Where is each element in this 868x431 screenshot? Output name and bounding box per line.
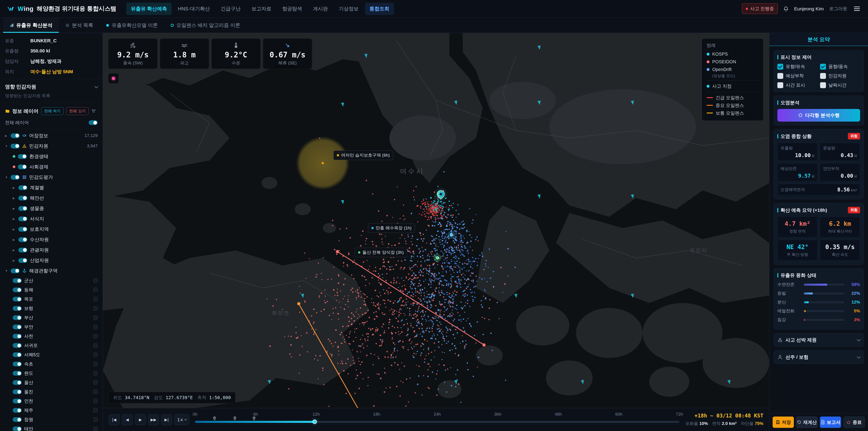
zoom-to-region-icon[interactable] [93,418,98,422]
region-item-13[interactable]: 인천 [0,396,103,406]
region-toggle[interactable] [13,380,22,385]
incident-active-button[interactable]: 사고 진행중 [742,3,778,14]
zoom-to-region-icon[interactable] [93,278,98,283]
zoom-to-region-icon[interactable] [93,427,98,431]
map-measure-tool-button[interactable] [108,73,119,84]
filter-funnel-icon[interactable] [91,109,96,114]
sensitive-resources-header[interactable]: 영향 민감자원 [0,79,103,92]
layer-subitem[interactable]: ▶해안선 [0,193,103,203]
boom-deploy-pin-icon[interactable] [252,416,256,420]
layer-subitem[interactable]: ▶서식지 [0,214,103,224]
caret-icon[interactable]: ▶ [13,227,16,231]
region-toggle[interactable] [13,408,22,413]
caret-icon[interactable]: ▶ [13,196,16,200]
nav-item-4[interactable]: 항공탐색 [278,3,307,15]
layer-item-1[interactable]: ▼민감자원3,947 [0,141,103,151]
display-option-2[interactable]: 예상부착 [777,73,817,79]
caret-icon[interactable]: ▶ [13,238,16,241]
zoom-to-region-icon[interactable] [93,334,98,338]
region-toggle[interactable] [13,325,22,329]
site-marker-label[interactable]: 만흥 해수욕장 (1h) [368,223,415,233]
skip-to-start-button[interactable]: |◀ [109,414,120,425]
checkbox-icon[interactable] [820,82,826,88]
zoom-to-region-icon[interactable] [93,297,98,301]
display-option-4[interactable]: 시간 표시 [777,82,817,88]
layer-item-0[interactable]: ▶어장정보17,129 [0,130,103,141]
layer-toggle[interactable] [11,175,20,180]
region-item-3[interactable]: 보령 [0,304,103,313]
region-toggle[interactable] [13,315,22,320]
zoom-to-region-icon[interactable] [93,390,98,394]
wetland-marker-label[interactable]: 여자만 습지보호구역 (6h) [333,151,393,160]
checkbox-icon[interactable] [777,73,783,79]
layer-item-3[interactable]: ▼해경관할구역 [0,266,103,276]
region-item-9[interactable]: 속초 [0,359,103,369]
display-option-1[interactable]: 풍향/풍속 [820,63,860,70]
zoom-to-region-icon[interactable] [93,343,98,348]
region-item-5[interactable]: 부안 [0,322,103,332]
nav-item-2[interactable]: 긴급구난 [216,3,245,15]
nav-item-3[interactable]: 보고자료 [247,3,276,15]
caret-icon[interactable]: ▶ [13,217,16,221]
region-item-10[interactable]: 완도 [0,369,103,378]
layer-toggle[interactable] [18,217,27,221]
region-toggle[interactable] [13,399,22,403]
region-toggle[interactable] [13,352,22,357]
layer-toggle[interactable] [18,196,27,201]
caret-icon[interactable]: ▶ [5,134,8,137]
speed-selector[interactable]: 1× [174,414,189,425]
zoom-to-region-icon[interactable] [93,306,98,311]
caret-icon[interactable]: ▼ [5,145,8,148]
caret-icon[interactable]: ▼ [5,176,8,179]
region-item-0[interactable]: 군산 [0,276,103,285]
layer-toggle[interactable] [18,248,27,252]
region-item-15[interactable]: 창원 [0,415,103,424]
fast-forward-button[interactable]: ▶▶ [148,414,159,425]
layer-subitem[interactable]: ▶수산자원 [0,235,103,245]
layer-subitem[interactable]: ▶생물종 [0,203,103,214]
zoom-to-region-icon[interactable] [93,315,98,320]
layer-subitem[interactable]: 사회경제 [0,162,103,172]
caret-icon[interactable]: ▶ [13,248,16,252]
checkbox-icon[interactable] [820,73,826,79]
end-session-button[interactable]: 종료 [843,417,865,428]
region-toggle[interactable] [13,343,22,348]
polygon-analysis-button[interactable]: 다각형 분석수행 [777,109,860,122]
region-item-16[interactable]: 태안 [0,424,103,431]
layer-subitem[interactable]: ▶계절별 [0,182,103,193]
region-toggle[interactable] [13,417,22,422]
zoom-to-region-icon[interactable] [93,408,98,412]
region-item-11[interactable]: 울산 [0,378,103,387]
checkbox-icon[interactable] [820,64,826,70]
caret-icon[interactable]: ▶ [13,186,16,189]
layer-toggle[interactable] [18,206,27,211]
region-toggle[interactable] [13,371,22,376]
save-button[interactable]: 저장 [773,417,794,428]
skip-to-end-button[interactable]: ▶| [161,414,172,425]
tab-3[interactable]: 오일펜스 배치 알고리즘 이론 [164,18,246,33]
region-toggle[interactable] [13,334,22,339]
logout-button[interactable]: 로그아웃 [829,6,847,12]
tab-0[interactable]: 유출유 확산분석 [3,18,59,33]
zoom-to-region-icon[interactable] [93,371,98,375]
recalculate-button[interactable]: 재계산 [796,417,818,428]
region-item-6[interactable]: 사천 [0,332,103,341]
layers-all-off-button[interactable]: 전체 끄기 [66,107,89,115]
region-item-12[interactable]: 울진 [0,387,103,396]
layer-toggle[interactable] [18,164,27,169]
layer-toggle[interactable] [18,237,27,242]
report-button[interactable]: 보고서 [820,417,841,428]
layer-toggle[interactable] [11,144,20,149]
timeline-knob[interactable] [313,420,317,424]
region-toggle[interactable] [13,362,22,366]
tab-1[interactable]: 분석 목록 [59,18,99,33]
layer-toggle[interactable] [18,185,27,190]
layer-toggle[interactable] [18,258,27,263]
nav-item-6[interactable]: 기상정보 [334,3,363,15]
nav-item-1[interactable]: HNS·대기확산 [174,3,215,15]
boom-deploy-pin-icon[interactable] [233,416,237,420]
step-back-button[interactable]: ◀ [122,414,133,425]
checkbox-icon[interactable] [777,64,783,70]
nav-item-0[interactable]: 유출유 확산예측 [126,3,172,15]
zoom-to-region-icon[interactable] [93,399,98,403]
